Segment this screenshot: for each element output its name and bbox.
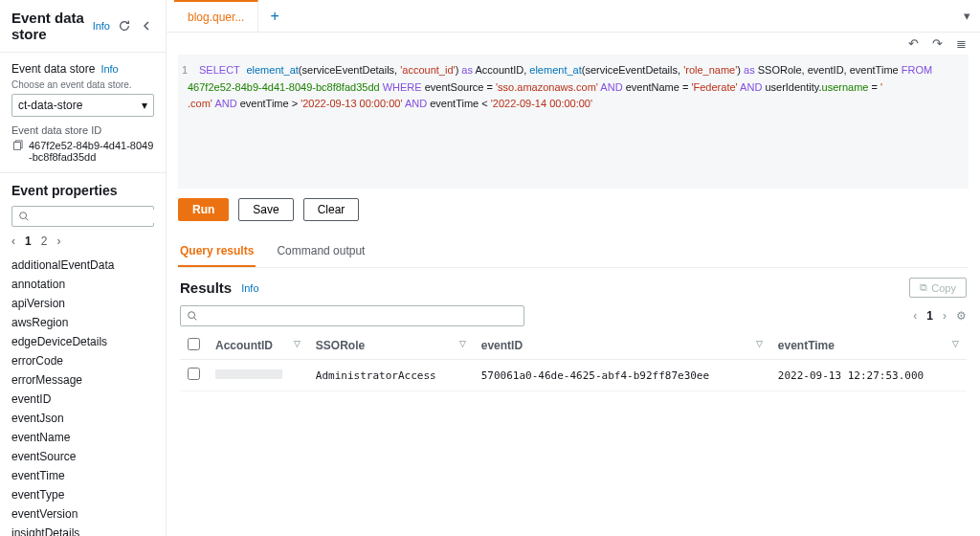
select-all-checkbox[interactable] <box>188 338 200 350</box>
tab-query-results[interactable]: Query results <box>178 236 256 267</box>
settings-icon[interactable]: ⚙ <box>956 309 967 323</box>
sidebar: Event data store Info Event data storeIn… <box>0 0 167 536</box>
main: blog.quer... + ▾ ↶ ↷ ≣ 1 SELECT element_… <box>167 0 980 536</box>
prop-item[interactable]: errorMessage <box>11 370 154 390</box>
sort-icon[interactable]: ▽ <box>756 339 763 348</box>
search-icon <box>187 310 198 322</box>
sidebar-header: Event data store Info <box>0 0 166 53</box>
prop-item[interactable]: insightDetails <box>11 524 154 536</box>
prop-item[interactable]: additionalEventData <box>11 256 154 275</box>
props-title: Event properties <box>11 183 154 198</box>
props-search-input[interactable] <box>35 210 166 223</box>
line-number: 1 <box>182 62 188 79</box>
cell-ssorole: AdministratorAccess <box>308 360 474 391</box>
collapse-icon[interactable] <box>139 18 154 34</box>
prop-item[interactable]: eventVersion <box>11 504 154 524</box>
result-tabs: Query results Command output <box>178 236 969 268</box>
undo-icon[interactable]: ↶ <box>908 36 919 51</box>
results-panel: Results Info ⧉Copy ‹ 1 › ⚙ A <box>167 268 980 536</box>
sort-icon[interactable]: ▽ <box>459 339 466 348</box>
datastore-section: Event data storeInfo Choose an event dat… <box>0 53 166 173</box>
prop-item[interactable]: eventName <box>11 428 154 447</box>
props-search[interactable] <box>11 206 154 227</box>
search-icon <box>18 211 30 222</box>
cell-eventid: 570061a0-46de-4625-abf4-b92ff87e30ee <box>474 360 770 391</box>
page-current: 1 <box>926 309 933 323</box>
sql-editor[interactable]: 1 SELECT element_at(serviceEventDetails,… <box>178 55 969 189</box>
row-checkbox[interactable] <box>188 368 200 380</box>
props-list: additionalEventDataannotationapiVersiona… <box>11 256 154 536</box>
event-properties: Event properties ‹ 1 2 › additionalEvent… <box>0 173 166 536</box>
copy-icon[interactable] <box>11 140 23 151</box>
col-eventid: eventID▽ <box>474 332 770 360</box>
info-link[interactable]: Info <box>93 20 110 32</box>
ds-label: Event data storeInfo <box>11 62 154 76</box>
tab-bar: blog.quer... + ▾ <box>167 0 980 33</box>
prev-icon[interactable]: ‹ <box>913 309 917 323</box>
page-current[interactable]: 1 <box>25 234 32 248</box>
sidebar-title: Event data store <box>11 10 87 42</box>
col-ssorole: SSORole▽ <box>308 332 474 360</box>
chevron-down-icon: ▾ <box>142 99 147 112</box>
page-next[interactable]: 2 <box>41 234 48 248</box>
next-icon[interactable]: › <box>943 309 947 323</box>
results-table: AccountID▽ SSORole▽ eventID▽ eventTime▽ … <box>180 332 967 391</box>
prop-item[interactable]: eventID <box>11 390 154 409</box>
datastore-select[interactable]: ct-data-store ▾ <box>11 94 154 117</box>
col-eventtime: eventTime▽ <box>770 332 967 360</box>
copy-button[interactable]: ⧉Copy <box>909 278 967 298</box>
results-search-input[interactable] <box>204 309 518 323</box>
prop-item[interactable]: eventTime <box>11 466 154 485</box>
prop-item[interactable]: eventType <box>11 485 154 504</box>
save-button[interactable]: Save <box>238 198 293 221</box>
next-icon[interactable]: › <box>56 234 60 248</box>
run-button[interactable]: Run <box>178 198 229 221</box>
props-pager: ‹ 1 2 › <box>11 234 154 248</box>
prop-item[interactable]: edgeDeviceDetails <box>11 332 154 351</box>
query-actions: Run Save Clear <box>167 189 980 231</box>
sort-icon[interactable]: ▽ <box>294 339 301 348</box>
tab-add-button[interactable]: + <box>258 0 290 32</box>
clear-button[interactable]: Clear <box>303 198 360 221</box>
prop-item[interactable]: apiVersion <box>11 294 154 313</box>
svg-point-1 <box>20 212 27 219</box>
prop-item[interactable]: annotation <box>11 275 154 294</box>
col-accountid: AccountID▽ <box>208 332 308 360</box>
tab-command-output[interactable]: Command output <box>275 236 367 267</box>
cell-accountid <box>208 360 308 391</box>
redo-icon[interactable]: ↷ <box>932 36 943 51</box>
svg-point-2 <box>189 312 195 319</box>
format-icon[interactable]: ≣ <box>956 36 967 51</box>
info-link[interactable]: Info <box>100 63 118 75</box>
copy-icon: ⧉ <box>920 281 927 294</box>
ds-id-label: Event data store ID <box>11 124 154 136</box>
editor-toolbar: ↶ ↷ ≣ <box>167 33 980 55</box>
tab-active[interactable]: blog.quer... <box>174 0 258 32</box>
prop-item[interactable]: errorCode <box>11 351 154 370</box>
refresh-icon[interactable] <box>116 17 133 34</box>
prev-icon[interactable]: ‹ <box>11 234 15 248</box>
prop-item[interactable]: eventSource <box>11 447 154 466</box>
results-search[interactable] <box>180 305 524 326</box>
prop-item[interactable]: awsRegion <box>11 313 154 332</box>
results-pager: ‹ 1 › ⚙ <box>913 309 967 323</box>
ds-id-value: 467f2e52-84b9-4d41-8049-bc8f8fad35dd <box>11 140 154 163</box>
tab-menu-icon[interactable]: ▾ <box>954 0 980 32</box>
sort-icon[interactable]: ▽ <box>952 339 959 348</box>
cell-eventtime: 2022-09-13 12:27:53.000 <box>770 360 967 391</box>
ds-hint: Choose an event data store. <box>11 79 154 90</box>
prop-item[interactable]: eventJson <box>11 409 154 428</box>
svg-rect-0 <box>14 143 21 150</box>
results-title: Results <box>180 279 232 296</box>
table-row[interactable]: AdministratorAccess570061a0-46de-4625-ab… <box>180 360 967 391</box>
info-link[interactable]: Info <box>241 282 258 294</box>
